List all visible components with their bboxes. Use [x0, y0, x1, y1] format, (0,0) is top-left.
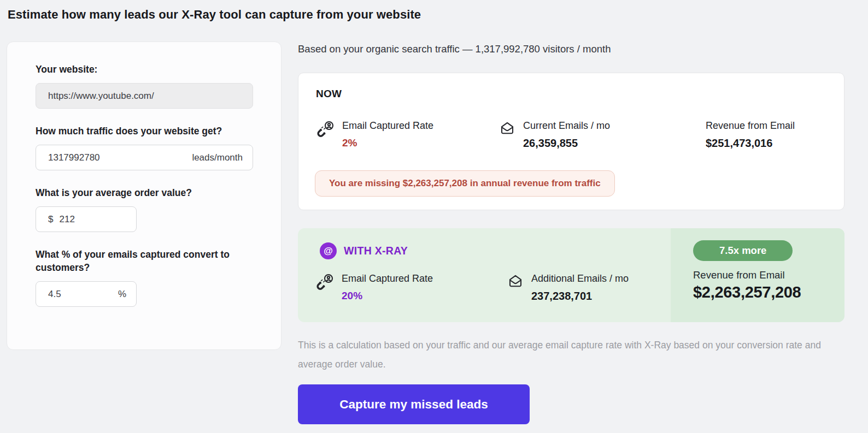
- stat-value: 237,238,701: [531, 290, 629, 302]
- now-card: NOW: [298, 73, 844, 210]
- xray-revenue-label: Revenue from Email: [693, 269, 844, 281]
- traffic-field: How much traffic does your website get? …: [36, 124, 281, 170]
- envelope-icon: [507, 273, 524, 292]
- conversion-label: What % of your emails captured convert t…: [36, 248, 254, 274]
- stat-value: 2%: [342, 137, 433, 149]
- stat-label: Email Captured Rate: [342, 119, 433, 132]
- lead-magnet-icon: [316, 120, 335, 141]
- now-heading: NOW: [316, 88, 342, 100]
- stat-label: Email Captured Rate: [342, 272, 433, 285]
- aov-field: What is your average order value? $ 212: [36, 186, 281, 232]
- capture-leads-button[interactable]: Capture my missed leads: [298, 384, 530, 424]
- xray-heading: WITH X-RAY: [344, 245, 408, 257]
- now-current-emails-stat: Current Emails / mo 26,359,855: [499, 119, 610, 150]
- traffic-value: 1317992780: [48, 152, 100, 163]
- traffic-subtitle: Based on your organic search traffic — 1…: [298, 43, 611, 55]
- stat-value: 26,359,855: [523, 137, 610, 150]
- envelope-icon: [499, 120, 515, 139]
- xray-additional-emails-stat: Additional Emails / mo 237,238,701: [507, 272, 629, 302]
- stat-value: 20%: [342, 290, 433, 302]
- now-stats-row: Email Captured Rate 2% Current Emails / …: [316, 119, 833, 155]
- disclaimer-text: This is a calculation based on your traf…: [298, 336, 851, 374]
- traffic-label: How much traffic does your website get?: [36, 124, 254, 138]
- stat-label: Current Emails / mo: [523, 119, 610, 132]
- traffic-input[interactable]: 1317992780 leads/month: [36, 145, 253, 170]
- traffic-unit-suffix: leads/month: [192, 152, 243, 163]
- website-field: Your website: https://www.youtube.com/: [36, 63, 281, 109]
- stat-value: $251,473,016: [706, 137, 795, 150]
- stat-label: Additional Emails / mo: [531, 272, 629, 285]
- lead-magnet-icon: [315, 273, 334, 294]
- aov-value: 212: [59, 214, 74, 225]
- xray-revenue-panel: 7.5x more Revenue from Email $2,263,257,…: [671, 228, 844, 322]
- xray-card: @ WITH X-RAY: [298, 228, 844, 322]
- website-value: https://www.youtube.com/: [48, 91, 154, 102]
- now-revenue-stat: Revenue from Email $251,473,016: [706, 119, 795, 150]
- calculator-form-panel: Your website: https://www.youtube.com/ H…: [7, 41, 281, 350]
- multiplier-badge: 7.5x more: [693, 240, 793, 261]
- aov-input[interactable]: $ 212: [36, 206, 137, 232]
- currency-prefix: $: [48, 214, 53, 225]
- aov-label: What is your average order value?: [36, 186, 254, 199]
- now-email-captured-rate-stat: Email Captured Rate 2%: [316, 119, 433, 149]
- conversion-value: 4.5: [48, 289, 61, 300]
- page-title: Estimate how many leads our X-Ray tool c…: [8, 8, 421, 22]
- xray-stats-row: Email Captured Rate 20% Additional Email…: [315, 272, 665, 308]
- xray-header: @ WITH X-RAY: [320, 242, 408, 259]
- at-sign-icon: @: [320, 242, 337, 259]
- website-input[interactable]: https://www.youtube.com/: [36, 83, 253, 109]
- missing-revenue-alert: You are missing $2,263,257,208 in annual…: [315, 170, 615, 197]
- xray-revenue-value: $2,263,257,208: [693, 283, 844, 301]
- percent-suffix: %: [118, 289, 126, 300]
- website-label: Your website:: [36, 63, 254, 76]
- conversion-input[interactable]: 4.5 %: [36, 281, 137, 307]
- conversion-field: What % of your emails captured convert t…: [36, 248, 281, 307]
- stat-label: Revenue from Email: [706, 119, 795, 132]
- xray-email-captured-rate-stat: Email Captured Rate 20%: [315, 272, 433, 302]
